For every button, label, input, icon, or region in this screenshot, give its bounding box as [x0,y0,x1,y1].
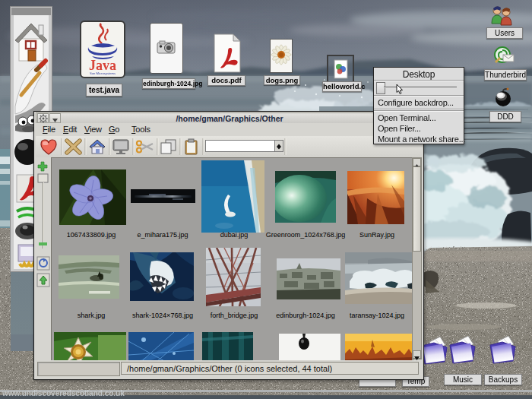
svg-text:Sun Microsystems: Sun Microsystems [90,71,116,75]
svg-text:Java: Java [89,58,116,73]
svg-text:www.undiscoveredscotland.co.uk: www.undiscoveredscotland.co.uk [2,389,125,397]
